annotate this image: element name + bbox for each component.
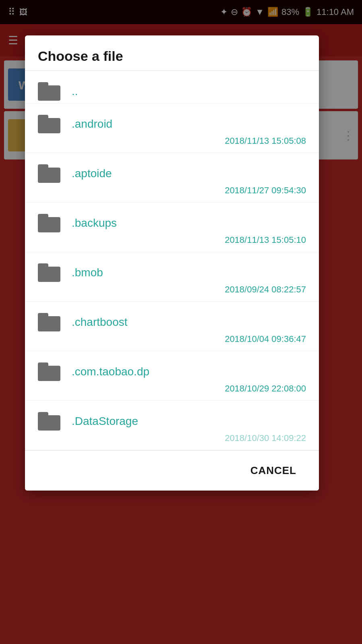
file-list[interactable]: .. .android 2018/11/13 15:05:08 .aptoide… <box>25 71 319 450</box>
choose-file-dialog: Choose a file .. .android 2018/11/13 15:… <box>25 35 319 491</box>
file-name-parent: .. <box>72 85 78 98</box>
file-name-datastorage: .DataStorage <box>72 415 138 428</box>
file-item-backups[interactable]: .backups 2018/11/13 15:05:10 <box>25 203 319 252</box>
file-item-taobao[interactable]: .com.taobao.dp 2018/10/29 22:08:00 <box>25 351 319 401</box>
file-date-taobao: 2018/10/29 22:08:00 <box>38 383 306 400</box>
file-date-aptoide: 2018/11/27 09:54:30 <box>38 185 306 202</box>
file-item-chartboost[interactable]: .chartboost 2018/10/04 09:36:47 <box>25 302 319 351</box>
cancel-button[interactable]: CANCEL <box>241 459 306 482</box>
file-name-android: .android <box>72 118 112 130</box>
folder-icon-android <box>38 115 60 133</box>
file-item-datastorage[interactable]: .DataStorage 2018/10/30 14:09:22 <box>25 401 319 450</box>
folder-icon-datastorage <box>38 412 60 431</box>
file-item-parent[interactable]: .. <box>25 71 319 104</box>
file-date-datastorage: 2018/10/30 14:09:22 <box>38 433 306 450</box>
file-name-taobao: .com.taobao.dp <box>72 365 149 378</box>
file-date-android: 2018/11/13 15:05:08 <box>38 136 306 153</box>
folder-icon-parent <box>38 82 60 101</box>
file-name-aptoide: .aptoide <box>72 167 112 180</box>
file-item-android[interactable]: .android 2018/11/13 15:05:08 <box>25 104 319 153</box>
file-item-bmob[interactable]: .bmob 2018/09/24 08:22:57 <box>25 252 319 302</box>
file-name-chartboost: .chartboost <box>72 316 128 329</box>
file-item-aptoide[interactable]: .aptoide 2018/11/27 09:54:30 <box>25 153 319 203</box>
file-date-bmob: 2018/09/24 08:22:57 <box>38 284 306 301</box>
folder-icon-backups <box>38 214 60 232</box>
file-name-backups: .backups <box>72 217 117 230</box>
dialog-actions: CANCEL <box>25 450 319 491</box>
file-date-backups: 2018/11/13 15:05:10 <box>38 235 306 252</box>
folder-icon-chartboost <box>38 313 60 331</box>
folder-icon-bmob <box>38 263 60 282</box>
folder-icon-taobao <box>38 362 60 381</box>
dialog-title: Choose a file <box>25 35 319 71</box>
folder-icon-aptoide <box>38 164 60 183</box>
file-date-chartboost: 2018/10/04 09:36:47 <box>38 334 306 351</box>
file-name-bmob: .bmob <box>72 266 103 279</box>
